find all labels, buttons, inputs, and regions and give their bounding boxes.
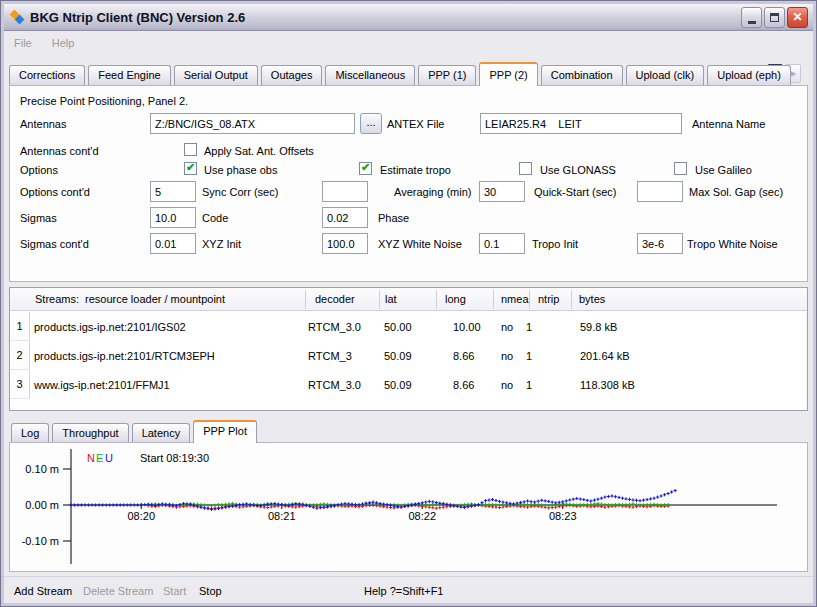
cell-lat: 50.09 — [384, 350, 412, 362]
antenna-name-label: Antenna Name — [692, 117, 765, 131]
y-tick-label: 0.10 m — [25, 463, 59, 475]
header-streams: Streams: — [35, 293, 79, 305]
tab-throughput[interactable]: Throughput — [52, 423, 128, 442]
use-galileo-label: Use Galileo — [695, 163, 752, 177]
tab-ppp-1[interactable]: PPP (1) — [418, 65, 476, 85]
cell-long: 10.00 — [453, 321, 481, 333]
header-mountpoint: resource loader / mountpoint — [85, 293, 225, 305]
close-button[interactable]: ✕ — [787, 7, 808, 28]
cell-lat: 50.09 — [384, 379, 412, 391]
delete-stream-button[interactable]: Delete Stream — [83, 585, 153, 597]
cell-nmea: no — [501, 379, 513, 391]
row-number: 3 — [10, 370, 30, 399]
close-icon: ✕ — [792, 11, 802, 23]
use-phase-obs-label: Use phase obs — [204, 163, 277, 177]
cell-lat: 50.00 — [384, 321, 412, 333]
xyz-init-label: XYZ Init — [202, 237, 241, 251]
bnc-window: BKG Ntrip Client (BNC) Version 2.6 ✕ Fil… — [0, 0, 817, 607]
main-tab-bar: Corrections Feed Engine Serial Output Ou… — [9, 62, 794, 85]
xyz-init-input[interactable] — [150, 233, 196, 254]
use-phase-obs-checkbox[interactable] — [184, 162, 197, 175]
cell-ntrip: 1 — [526, 321, 532, 333]
maximize-button[interactable] — [764, 7, 785, 28]
sigma-phase-input[interactable] — [322, 207, 368, 228]
tab-corrections[interactable]: Corrections — [9, 65, 85, 85]
tab-upload-clk[interactable]: Upload (clk) — [626, 65, 705, 85]
antennas-contd-label: Antennas cont'd — [20, 144, 99, 158]
x-tick-label: 08:22 — [408, 510, 436, 522]
cell-mountpoint: products.igs-ip.net:2101/RTCM3EPH — [34, 350, 215, 362]
max-sol-gap-label: Max Sol. Gap (sec) — [689, 185, 783, 199]
antennas-label: Antennas — [20, 117, 66, 131]
quick-start-label: Quick-Start (sec) — [534, 185, 617, 199]
legend-N: N — [87, 452, 95, 464]
cell-bytes: 118.308 kB — [580, 379, 635, 391]
minimize-icon — [748, 21, 756, 24]
sigmas-label: Sigmas — [20, 211, 57, 225]
header-nmea: nmea — [501, 293, 529, 305]
plot-start-label: Start 08:19:30 — [140, 452, 209, 464]
tab-feed-engine[interactable]: Feed Engine — [88, 65, 170, 85]
add-stream-button[interactable]: Add Stream — [14, 585, 72, 597]
table-row[interactable]: 2 products.igs-ip.net:2101/RTCM3EPH RTCM… — [10, 341, 807, 370]
sigma-code-input[interactable] — [150, 207, 196, 228]
tab-ppp-plot[interactable]: PPP Plot — [193, 420, 257, 443]
table-row[interactable]: 3 www.igs-ip.net:2101/FFMJ1 RTCM_3.0 50.… — [10, 370, 807, 399]
cell-decoder: RTCM_3 — [308, 350, 352, 362]
use-glonass-label: Use GLONASS — [540, 163, 616, 177]
sigmas-contd-label: Sigmas cont'd — [20, 237, 89, 251]
xyz-white-noise-input[interactable] — [322, 233, 368, 254]
sync-corr-label: Sync Corr (sec) — [202, 185, 278, 199]
tab-latency[interactable]: Latency — [132, 423, 191, 442]
start-button[interactable]: Start — [163, 585, 186, 597]
cell-nmea: no — [501, 321, 513, 333]
table-row[interactable]: 1 products.igs-ip.net:2101/IGS02 RTCM_3.… — [10, 312, 807, 341]
cell-ntrip: 1 — [526, 379, 532, 391]
x-tick-label: 08:23 — [549, 510, 577, 522]
averaging-input[interactable] — [322, 181, 368, 202]
stop-button[interactable]: Stop — [199, 585, 222, 597]
use-glonass-checkbox[interactable] — [519, 162, 532, 175]
output-tab-bar: Log Throughput Latency PPP Plot — [11, 420, 260, 442]
cell-ntrip: 1 — [526, 350, 532, 362]
cell-decoder: RTCM_3.0 — [308, 379, 361, 391]
cell-bytes: 201.64 kB — [580, 350, 630, 362]
tab-ppp-2[interactable]: PPP (2) — [479, 62, 537, 86]
xyz-white-noise-label: XYZ White Noise — [378, 237, 462, 251]
averaging-label: Averaging (min) — [394, 185, 471, 199]
quick-start-input[interactable] — [479, 181, 525, 202]
cell-decoder: RTCM_3.0 — [308, 321, 361, 333]
apply-sat-ant-offsets-label: Apply Sat. Ant. Offsets — [204, 144, 314, 158]
use-galileo-checkbox[interactable] — [674, 162, 687, 175]
estimate-tropo-checkbox[interactable] — [359, 162, 372, 175]
menu-help[interactable]: Help — [52, 37, 75, 49]
options-label: Options — [20, 163, 58, 177]
help-shortcut-label: Help ?=Shift+F1 — [364, 585, 444, 597]
header-decoder: decoder — [315, 293, 355, 305]
cell-long: 8.66 — [453, 379, 474, 391]
legend-U: U — [105, 452, 113, 464]
max-sol-gap-input[interactable] — [637, 181, 683, 202]
tropo-init-input[interactable] — [479, 233, 525, 254]
tab-log[interactable]: Log — [11, 423, 49, 442]
cell-long: 8.66 — [453, 350, 474, 362]
cell-mountpoint: products.igs-ip.net:2101/IGS02 — [34, 321, 186, 333]
apply-sat-ant-offsets-checkbox[interactable] — [184, 143, 197, 156]
minimize-button[interactable] — [741, 7, 762, 28]
sigma-code-label: Code — [202, 211, 228, 225]
tab-combination[interactable]: Combination — [541, 65, 623, 85]
header-lat: lat — [385, 293, 397, 305]
estimate-tropo-label: Estimate tropo — [380, 163, 451, 177]
tropo-white-noise-input[interactable] — [637, 233, 683, 254]
tab-miscellaneous[interactable]: Miscellaneous — [325, 65, 415, 85]
antex-file-input[interactable] — [150, 113, 355, 134]
tab-serial-output[interactable]: Serial Output — [174, 65, 258, 85]
window-title: BKG Ntrip Client (BNC) Version 2.6 — [30, 10, 245, 25]
tab-upload-eph[interactable]: Upload (eph) — [707, 65, 791, 85]
menu-file[interactable]: File — [14, 37, 32, 49]
sync-corr-input[interactable] — [150, 181, 196, 202]
streams-table: Streams: resource loader / mountpoint de… — [9, 287, 808, 411]
antenna-name-input[interactable] — [480, 113, 682, 134]
antex-browse-button[interactable]: ... — [360, 113, 382, 134]
tab-outages[interactable]: Outages — [261, 65, 323, 85]
